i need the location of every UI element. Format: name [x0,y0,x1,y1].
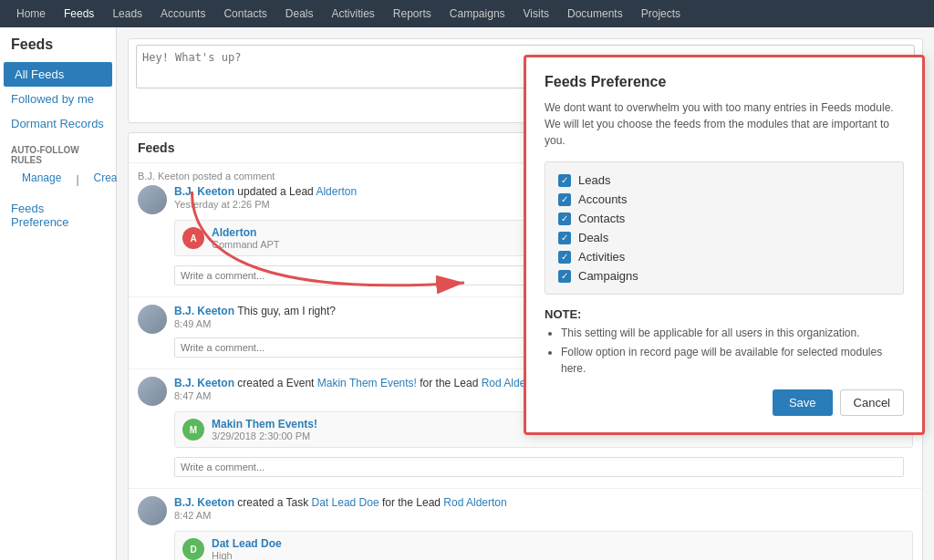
check-item-accounts: Accounts [558,192,890,206]
top-nav: Home Feeds Leads Accounts Contacts Deals… [0,0,934,27]
avatar-4 [138,496,167,525]
checkbox-leads[interactable] [558,174,571,187]
checkbox-campaigns[interactable] [558,270,571,283]
feed-for-text-3: for the Lead [420,377,481,389]
feeds-preference-modal: Feeds Preference We dont want to overwhe… [524,55,925,435]
feed-card-title-3: Makin Them Events! [212,418,317,430]
check-label-activities: Activities [578,250,625,264]
avatar-1 [138,185,167,214]
feed-card-title-4: Dat Lead Doe [212,537,282,550]
feed-event-link-3[interactable]: Makin Them Events! [317,377,417,389]
feed-time-2: 8:49 AM [174,318,211,329]
nav-documents[interactable]: Documents [558,0,632,27]
check-label-leads: Leads [578,173,610,187]
check-item-leads: Leads [558,173,890,187]
check-item-deals: Deals [558,231,890,244]
feed-time-4: 8:42 AM [174,510,211,521]
feed-card-icon-1: A [182,227,204,249]
feed-action-text-3: created a Event [237,377,317,389]
feed-user-3: B.J. Keeton [174,377,234,389]
modal-description: We dont want to overwhelm you with too m… [545,99,904,149]
feed-text-4: B.J. Keeton created a Task Dat Lead Doe … [174,496,913,522]
feed-main-4: B.J. Keeton created a Task Dat Lead Doe … [138,496,913,525]
feed-card-info-4: Dat Lead Doe High [212,537,282,560]
nav-leads[interactable]: Leads [103,0,151,27]
feed-lead-link-4[interactable]: Rod Alderton [443,496,506,509]
check-label-accounts: Accounts [578,192,627,206]
sidebar-item-feeds-preference[interactable]: Feeds Preference [0,196,116,234]
sidebar-item-followed-by-me[interactable]: Followed by me [0,87,116,111]
sidebar: Feeds All Feeds Followed by me Dormant R… [0,27,117,560]
feed-link-1[interactable]: Alderton [316,185,357,198]
nav-deals[interactable]: Deals [276,0,323,27]
avatar-3 [138,377,167,406]
modal-save-button[interactable]: Save [773,389,833,416]
modal-cancel-button[interactable]: Cancel [840,389,904,416]
feed-action-2: This guy, am I right? [237,305,336,317]
main-content: All Users Post Feeds All Now B.J. Keeton… [117,27,934,560]
sidebar-item-dormant-records[interactable]: Dormant Records [0,111,116,136]
modal-note-item-1: This setting will be applicable for all … [561,325,904,341]
app-layout: Feeds All Feeds Followed by me Dormant R… [0,27,934,560]
modal-checklist: Leads Accounts Contacts Deals [545,161,904,295]
feed-user-1: B.J. Keeton [174,185,234,198]
check-item-campaigns: Campaigns [558,269,890,283]
modal-note: NOTE: This setting will be applicable fo… [545,307,904,377]
feed-card-4: D Dat Lead Doe High [174,531,913,560]
feed-action-1: updated a Lead [237,185,316,198]
feed-event-link-4[interactable]: Dat Lead Doe [312,496,379,509]
modal-note-title: NOTE: [545,307,904,321]
nav-contacts[interactable]: Contacts [214,0,275,27]
nav-projects[interactable]: Projects [632,0,690,27]
nav-home[interactable]: Home [7,0,55,27]
sidebar-manage[interactable]: Manage [11,169,72,191]
avatar-2 [138,305,167,334]
check-item-activities: Activities [558,250,890,264]
modal-title: Feeds Preference [545,74,904,90]
feed-entry-4: B.J. Keeton created a Task Dat Lead Doe … [129,489,922,560]
feed-for-text-4: for the Lead [382,496,443,509]
feed-card-sub-4: High [212,550,282,560]
sidebar-item-all-feeds[interactable]: All Feeds [4,62,112,87]
sidebar-section-autofollow: AUTO-FOLLOW RULES [0,136,116,167]
checkbox-activities[interactable] [558,251,571,264]
check-item-contacts: Contacts [558,212,890,225]
modal-note-item-2: Follow option in record page will be ava… [561,344,904,377]
nav-reports[interactable]: Reports [384,0,441,27]
feed-card-icon-4: D [182,538,204,560]
check-label-deals: Deals [578,231,608,244]
feed-action-text-4: created a Task [237,496,311,509]
nav-feeds[interactable]: Feeds [55,0,103,27]
comment-input-3[interactable] [174,457,904,477]
check-label-contacts: Contacts [578,212,625,225]
nav-campaigns[interactable]: Campaigns [441,0,514,27]
feed-card-info-1: Alderton Command APT [212,226,280,250]
feed-time-1: Yesterday at 2:26 PM [174,199,270,210]
feed-card-info-3: Makin Them Events! 3/29/2018 2:30:00 PM [212,418,317,441]
feed-card-sub-3: 3/29/2018 2:30:00 PM [212,430,317,441]
sidebar-title: Feeds [0,36,116,62]
checkbox-contacts[interactable] [558,213,571,225]
check-label-campaigns: Campaigns [578,269,638,283]
modal-buttons: Save Cancel [545,389,904,416]
feed-card-sub-1: Command APT [212,239,280,250]
checkbox-accounts[interactable] [558,193,571,206]
nav-activities[interactable]: Activities [322,0,383,27]
feed-user-2: B.J. Keeton [174,305,234,317]
nav-visits[interactable]: Visits [514,0,558,27]
feeds-panel-title: Feeds [138,140,174,155]
feed-card-icon-3: M [182,419,204,441]
modal-note-list: This setting will be applicable for all … [545,325,904,377]
feed-time-3: 8:47 AM [174,390,211,401]
feed-user-4: B.J. Keeton [174,496,234,509]
nav-accounts[interactable]: Accounts [151,0,214,27]
feed-card-title-1: Alderton [212,226,280,239]
checkbox-deals[interactable] [558,232,571,244]
